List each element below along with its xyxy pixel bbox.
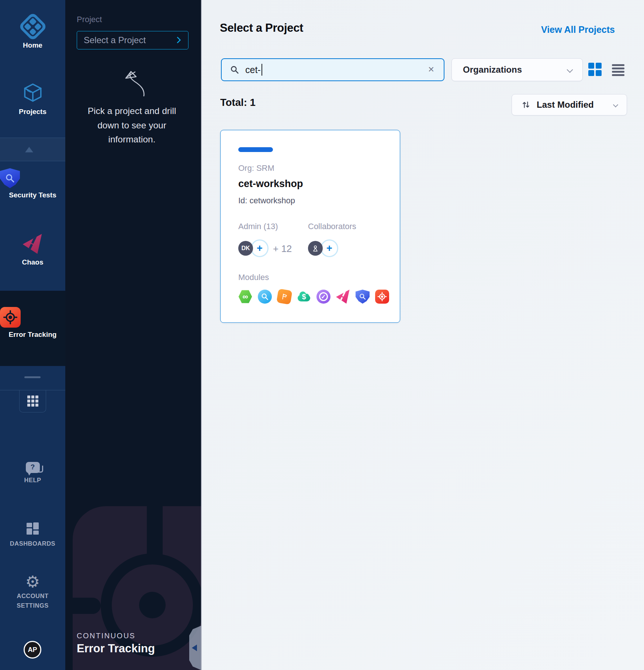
module-switcher-button[interactable] <box>19 390 46 412</box>
module-error-tracking-icon <box>375 290 389 304</box>
organizations-filter-dropdown[interactable]: Organizations <box>451 58 583 81</box>
shield-magnifier-icon <box>0 168 20 188</box>
triangle-up-icon <box>25 147 33 152</box>
module-feature-flags-icon <box>276 289 292 304</box>
module-service-discovery-icon <box>258 290 272 304</box>
sidebar-item-dashboards[interactable]: DASHBOARDS <box>0 522 65 548</box>
sidebar-item-label: Home <box>0 41 65 49</box>
person-icon <box>311 244 319 252</box>
sidebar-item-error-tracking[interactable]: Error Tracking <box>0 307 65 339</box>
collaborators-label: Collaborators <box>308 222 356 231</box>
admin-label: Admin (13) <box>238 222 278 231</box>
project-section-label: Project <box>77 15 102 24</box>
sidebar-item-label: Projects <box>0 108 65 116</box>
sidebar: Home Projects Security Tests Chaos <box>0 0 65 670</box>
sort-arrows-icon <box>521 100 531 110</box>
sidebar-item-label: ACCOUNT SETTINGS <box>5 591 60 610</box>
home-icon <box>18 12 47 41</box>
sidebar-item-account-settings[interactable]: ⚙ ACCOUNT SETTINGS <box>0 574 65 610</box>
triangle-left-icon <box>192 645 197 651</box>
search-input[interactable]: cet- × <box>221 58 444 81</box>
sidebar-item-label: Error Tracking <box>0 331 65 339</box>
card-org: Org: SRM <box>238 163 274 173</box>
project-selector[interactable]: Select a Project <box>77 31 188 49</box>
organizations-filter-value: Organizations <box>463 65 522 75</box>
help-question-bubble-icon: ? <box>26 462 40 473</box>
sort-dropdown[interactable]: Last Modified <box>512 94 627 115</box>
sidebar-item-chaos[interactable]: Chaos <box>0 234 65 266</box>
grid-3x3-icon <box>27 396 38 407</box>
add-collaborator-button[interactable]: + <box>321 239 338 257</box>
sidebar-item-label: Chaos <box>0 258 65 266</box>
sidebar-item-projects[interactable]: Projects <box>0 82 65 116</box>
project-panel: Project Select a Project Pick a project … <box>65 0 201 670</box>
search-icon <box>230 65 239 75</box>
admin-avatar[interactable]: DK <box>238 241 253 256</box>
card-project-name: cet-workshop <box>238 178 303 190</box>
modules-row: ∞ $ ✓ <box>238 290 389 304</box>
sidebar-item-label: Security Tests <box>0 191 65 199</box>
module-title: Error Tracking <box>77 642 155 655</box>
sidebar-item-label: DASHBOARDS <box>0 539 65 548</box>
user-avatar[interactable]: AP <box>24 641 41 659</box>
chevron-down-icon <box>567 67 573 73</box>
error-tracking-crosshair-icon <box>0 307 21 328</box>
project-selector-value: Select a Project <box>84 35 146 45</box>
module-security-tests-icon <box>356 290 370 304</box>
sidebar-drag-handle[interactable] <box>24 376 41 378</box>
projects-cube-icon <box>22 82 44 105</box>
add-admin-button[interactable]: + <box>251 239 269 257</box>
app-window: Home Projects Security Tests Chaos <box>0 0 644 670</box>
module-service-reliability-icon: ✓ <box>316 290 330 304</box>
card-project-id: Id: cetworkshop <box>238 196 295 206</box>
project-card[interactable]: Org: SRM cet-workshop Id: cetworkshop Ad… <box>220 130 400 323</box>
chaos-icon <box>23 234 43 254</box>
sidebar-item-help[interactable]: ? HELP <box>0 462 65 485</box>
module-chaos-icon <box>336 290 350 304</box>
hand-drawn-arrow-illustration <box>117 62 154 100</box>
card-color-pill <box>238 147 273 152</box>
dashboards-blocks-icon <box>27 522 39 535</box>
module-cloud-cost-icon: $ <box>297 290 311 304</box>
empty-state-hint: Pick a project and drill down to see you… <box>87 104 177 147</box>
page-title: Select a Project <box>220 21 303 35</box>
chevron-down-icon <box>613 102 618 107</box>
watermark-target-dot <box>139 592 166 618</box>
collaborator-avatar[interactable] <box>308 241 323 256</box>
list-view-toggle[interactable] <box>612 64 624 76</box>
sidebar-item-security-tests[interactable]: Security Tests <box>0 168 65 199</box>
sidebar-item-label: HELP <box>0 475 65 485</box>
main-content: Select a Project View All Projects cet- … <box>201 0 644 670</box>
clear-search-button[interactable]: × <box>426 63 436 75</box>
watermark-crosshair-tick-horizontal <box>65 598 101 614</box>
modules-label: Modules <box>238 273 269 282</box>
search-value: cet- <box>245 65 261 75</box>
view-all-projects-link[interactable]: View All Projects <box>541 24 615 35</box>
results-total: Total: 1 <box>220 97 256 108</box>
text-caret <box>262 64 262 76</box>
sidebar-item-home[interactable]: Home <box>0 13 65 49</box>
watermark-crosshair-tick-vertical <box>147 428 163 563</box>
chevron-right-icon <box>174 37 181 43</box>
module-kicker-label: CONTINUOUS <box>77 632 135 640</box>
grid-view-toggle[interactable] <box>588 63 602 76</box>
module-continuous-integration-icon: ∞ <box>238 290 252 304</box>
sort-value: Last Modified <box>537 100 594 110</box>
gear-icon: ⚙ <box>25 574 40 590</box>
admin-overflow-count: + 12 <box>273 243 292 255</box>
sidebar-collapse-strip[interactable] <box>0 138 65 161</box>
